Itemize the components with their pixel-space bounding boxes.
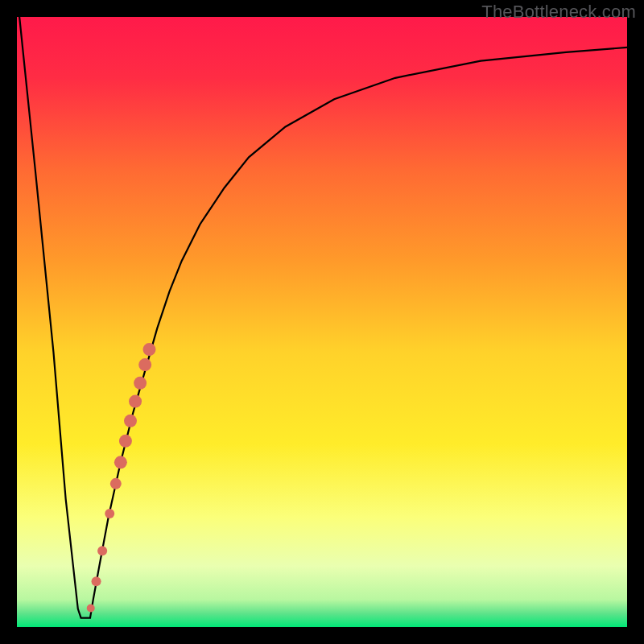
curve-marker bbox=[97, 546, 107, 555]
curve-marker bbox=[92, 576, 101, 586]
curve-marker bbox=[138, 358, 151, 371]
curve-marker bbox=[110, 478, 122, 489]
curve-marker bbox=[119, 435, 132, 448]
gradient-background bbox=[17, 17, 627, 627]
curve-marker bbox=[129, 395, 142, 408]
attribution-watermark: TheBottleneck.com bbox=[481, 2, 636, 23]
bottleneck-chart bbox=[17, 17, 627, 627]
curve-marker bbox=[142, 343, 155, 356]
curve-marker bbox=[124, 415, 137, 427]
curve-marker bbox=[114, 456, 127, 469]
curve-marker bbox=[105, 509, 114, 518]
curve-marker bbox=[87, 605, 95, 613]
plot-area bbox=[17, 17, 627, 627]
curve-marker bbox=[134, 377, 147, 390]
chart-frame: TheBottleneck.com bbox=[0, 0, 644, 644]
